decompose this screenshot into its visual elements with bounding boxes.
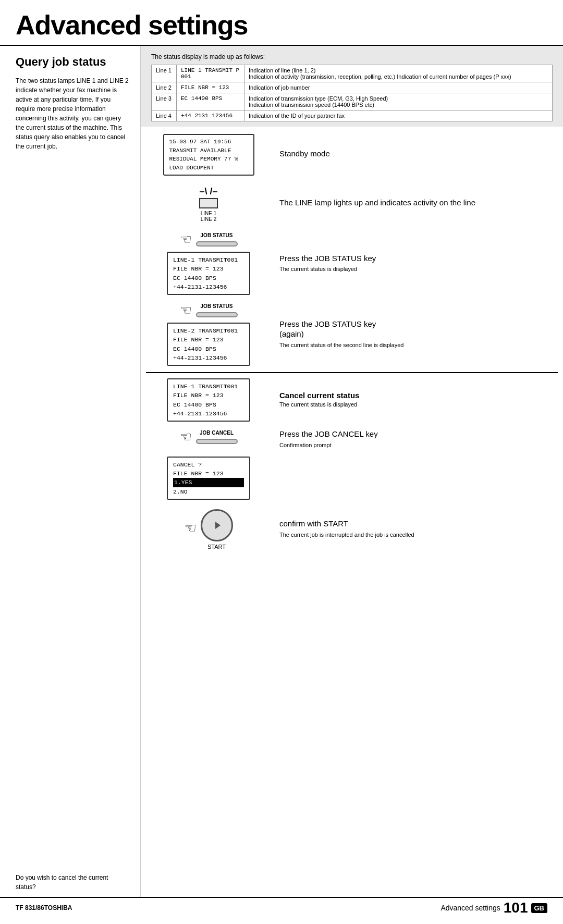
finger-icon-2: ☞: [180, 302, 192, 318]
step-left-line-lamp: –\ /– LINE 1 LINE 2: [146, 181, 271, 226]
steps-section: 15-03-97 SAT 19:56 TRANSMIT AVAILABLE RE…: [141, 127, 563, 897]
step-right-line-lamp: The LINE lamp lights up and indicates ac…: [271, 181, 558, 226]
line-label-3: Line 3: [152, 93, 177, 110]
step-right-job-cancel: Press the JOB CANCEL key Confirmation pr…: [271, 427, 558, 451]
step-right-job-status-2: Press the JOB STATUS key(again) The curr…: [271, 300, 558, 368]
status-table-title: The status display is made up as follows…: [151, 53, 553, 60]
lcd-c-line-1: LINE-1 TRANSMIT001: [173, 383, 238, 390]
step-left-cancel-status: LINE-1 TRANSMIT001 FILE NBR = 123 EC 144…: [146, 376, 271, 424]
key-area-cancel: JOB CANCEL: [196, 430, 238, 444]
step-cancel-status: LINE-1 TRANSMIT001 FILE NBR = 123 EC 144…: [146, 376, 558, 424]
table-row: Line 2 FILE NBR = 123 Indication of job …: [152, 82, 553, 93]
start-icon: [211, 520, 223, 531]
line-label-2: Line 2: [152, 82, 177, 93]
job-status-2-subtext: The current status of the second line is…: [279, 341, 553, 349]
table-row: Line 1 LINE 1 TRANSMIT P 001 Indication …: [152, 65, 553, 82]
lcd-display-2: LINE-2 TRANSMIT001 FILE NBR = 123 EC 144…: [167, 323, 250, 366]
job-cancel-heading: Press the JOB CANCEL key: [279, 429, 553, 439]
lcd-2-line-2: FILE NBR = 123: [173, 336, 224, 343]
lcd-2-line-1: LINE-2 TRANSMIT001: [173, 327, 238, 334]
lcd-display-1: LINE-1 TRANSMIT001 FILE NBR = 123 EC 144…: [167, 252, 250, 295]
section-title: Query job status: [16, 55, 130, 69]
lcd-1-line-4: +44-2131-123456: [173, 284, 227, 290]
finger-row-1: ☞ JOB STATUS: [180, 231, 238, 248]
footer-page-num: 101: [504, 900, 528, 916]
cancel-section: LINE-1 TRANSMIT001 FILE NBR = 123 EC 144…: [146, 372, 558, 553]
start-label: START: [207, 544, 226, 550]
finger-icon-1: ☞: [180, 231, 192, 248]
job-status-1-subtext: The current status is displayed: [279, 265, 553, 273]
line-dashes-row: –\ /–: [199, 186, 217, 197]
step-confirm-display: CANCEL ? FILE NBR = 123 1.YES 2.NO: [146, 454, 558, 502]
finger-row-start: ☞ START: [185, 507, 233, 550]
main-content: Query job status The two status lamps LI…: [0, 46, 563, 897]
job-status-button-2[interactable]: [196, 312, 238, 317]
standby-line-2: TRANSMIT AVAILABLE: [169, 147, 231, 154]
lcd-display-confirm: CANCEL ? FILE NBR = 123 1.YES 2.NO: [167, 457, 250, 500]
cancel-heading: Cancel current status: [279, 391, 553, 400]
table-row: Line 3 EC 14400 BPS Indication of transm…: [152, 93, 553, 110]
table-row: Line 4 +44 2131 123456 Indication of the…: [152, 110, 553, 121]
line-label-4: Line 4: [152, 110, 177, 121]
job-cancel-button[interactable]: [196, 439, 238, 444]
page-title: Advanced settings: [16, 9, 547, 41]
key-area-2: JOB STATUS: [196, 303, 238, 317]
confirm-start-heading: confirm with START: [279, 519, 553, 529]
step-confirm-start: ☞ START confir: [146, 505, 558, 553]
job-status-button-1[interactable]: [196, 241, 238, 247]
step-right-cancel-status: Cancel current status The current status…: [271, 376, 558, 424]
step-left-job-status-2: ☞ JOB STATUS LINE-2 TRANSMIT001 FILE NBR…: [146, 300, 271, 368]
confirm-line-2: FILE NBR = 123: [173, 470, 224, 477]
standby-line-3: RESIDUAL MEMORY 77 %: [169, 156, 238, 162]
dash-left: –\ /–: [199, 186, 217, 197]
standby-display: 15-03-97 SAT 19:56 TRANSMIT AVAILABLE RE…: [163, 134, 254, 176]
left-cancel-text: Do you wish to cancel the current status…: [16, 873, 130, 892]
step-right-confirm: [271, 454, 558, 502]
footer-right: Advanced settings 101 GB: [440, 900, 547, 916]
step-left-start: ☞ START: [146, 505, 271, 553]
footer-right-text: Advanced settings: [440, 904, 500, 912]
lcd-display-cancel: LINE-1 TRANSMIT001 FILE NBR = 123 EC 144…: [167, 378, 250, 422]
start-button[interactable]: [201, 509, 233, 541]
lcd-c-line-4: +44-2131-123456: [173, 410, 227, 417]
line-content-4: +44 2131 123456: [177, 110, 244, 121]
confirm-line-3-yes: 1.YES: [173, 478, 244, 487]
job-cancel-label: JOB CANCEL: [200, 430, 234, 436]
lcd-c-line-2: FILE NBR = 123: [173, 392, 224, 399]
line-1-label: LINE 1: [201, 211, 217, 216]
lcd-2-line-3: EC 14400 BPS: [173, 346, 216, 352]
step-left-standby: 15-03-97 SAT 19:56 TRANSMIT AVAILABLE RE…: [146, 132, 271, 178]
status-table-wrapper: The status display is made up as follows…: [141, 46, 563, 127]
step-line-lamp: –\ /– LINE 1 LINE 2 The LINE lamp lights…: [146, 181, 558, 226]
finger-row-2: ☞ JOB STATUS: [180, 302, 238, 318]
line-desc-4: Indication of the ID of your partner fax: [244, 110, 553, 121]
footer-badge: GB: [531, 903, 548, 913]
line-lamp-area: –\ /– LINE 1 LINE 2: [199, 186, 218, 222]
line-content-2: FILE NBR = 123: [177, 82, 244, 93]
left-column: Query job status The two status lamps LI…: [0, 46, 141, 897]
left-body-text: The two status lamps LINE 1 and LINE 2 i…: [16, 76, 130, 151]
key-area-1: JOB STATUS: [196, 232, 238, 247]
line-label-1: Line 1: [152, 65, 177, 82]
page-footer: TF 831/86TOSHIBA Advanced settings 101 G…: [0, 897, 563, 918]
confirm-start-subtext: The current job is interrupted and the j…: [279, 531, 553, 539]
step-left-confirm: CANCEL ? FILE NBR = 123 1.YES 2.NO: [146, 454, 271, 502]
step-left-job-status-1: ☞ JOB STATUS LINE-1 TRANSMIT001 FILE NBR…: [146, 229, 271, 297]
finger-icon-cancel: ☞: [180, 429, 192, 445]
line-content-3: EC 14400 BPS: [177, 93, 244, 110]
cancel-status-subtext: The current status is displayed: [279, 401, 553, 409]
standby-line-1: 15-03-97 SAT 19:56: [169, 139, 231, 145]
lcd-1-line-2: FILE NBR = 123: [173, 265, 224, 272]
standby-label: Standby mode: [279, 149, 553, 159]
status-table: Line 1 LINE 1 TRANSMIT P 001 Indication …: [151, 65, 553, 121]
page-header: Advanced settings: [0, 0, 563, 46]
finger-row-cancel: ☞ JOB CANCEL: [180, 429, 238, 445]
confirm-line-1: CANCEL ?: [173, 461, 202, 468]
line-lamp-heading: The LINE lamp lights up and indicates ac…: [279, 198, 553, 208]
step-left-job-cancel: ☞ JOB CANCEL: [146, 427, 271, 451]
step-right-job-status-1: Press the JOB STATUS key The current sta…: [271, 229, 558, 297]
lcd-1-line-1: LINE-1 TRANSMIT001: [173, 256, 238, 263]
step-job-status-1: ☞ JOB STATUS LINE-1 TRANSMIT001 FILE NBR…: [146, 229, 558, 297]
line-content-1: LINE 1 TRANSMIT P 001: [177, 65, 244, 82]
confirm-line-4-no: 2.NO: [173, 488, 188, 495]
